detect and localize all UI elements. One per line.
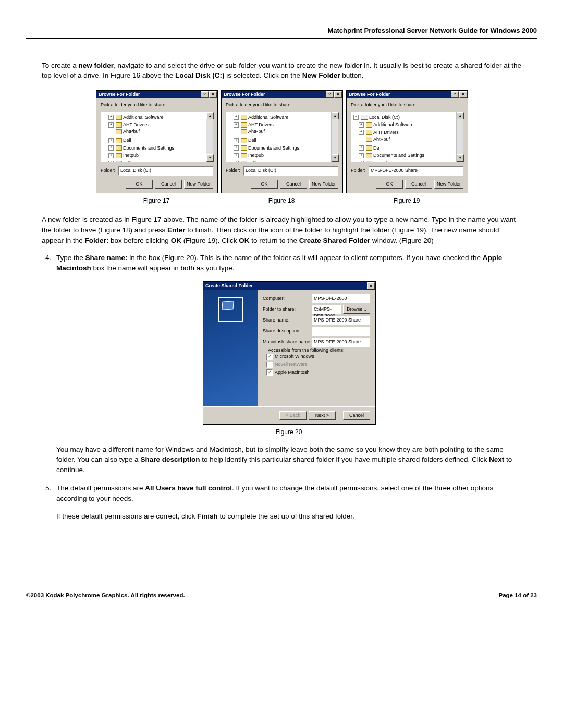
- expand-icon[interactable]: [234, 122, 239, 128]
- folder-tree[interactable]: Local Disk (C:) Additional SoftwareAHT D…: [351, 112, 456, 162]
- folder-field[interactable]: Local Disk (C:): [243, 166, 338, 176]
- tree-item[interactable]: AhtPbuf: [103, 128, 205, 137]
- ok-button[interactable]: OK: [251, 180, 278, 189]
- tree-item[interactable]: AHT Drivers: [103, 121, 205, 129]
- tree-item[interactable]: Inetpub: [228, 152, 330, 159]
- tree-item-label[interactable]: Documents and Settings: [123, 145, 174, 152]
- tree-item[interactable]: Dell: [228, 137, 330, 144]
- tree-item[interactable]: Documents and Settings: [103, 144, 205, 152]
- scroll-down-icon[interactable]: ▾: [332, 154, 339, 162]
- tree-item[interactable]: Dell: [353, 144, 455, 152]
- tree-item-label[interactable]: AHT Drivers: [373, 129, 399, 136]
- tree-item[interactable]: Documents and Settings: [228, 144, 330, 152]
- tree-item[interactable]: Inetpub: [103, 152, 205, 159]
- expand-icon[interactable]: [234, 145, 239, 151]
- tree-item[interactable]: Documents and Settings: [353, 152, 455, 159]
- expand-icon[interactable]: [108, 138, 114, 143]
- tree-item-label[interactable]: Additional Software: [123, 114, 164, 121]
- expand-icon[interactable]: [108, 115, 114, 120]
- scrollbar[interactable]: ▴ ▾: [206, 112, 213, 162]
- close-icon[interactable]: ×: [367, 282, 375, 289]
- collapse-icon[interactable]: [353, 115, 359, 120]
- ok-button[interactable]: OK: [376, 180, 403, 189]
- tree-item-label[interactable]: Inetpub: [373, 160, 389, 162]
- tree-item-label[interactable]: Dell: [373, 145, 382, 152]
- scroll-up-icon[interactable]: ▴: [332, 112, 339, 119]
- expand-icon[interactable]: [108, 122, 114, 128]
- expand-icon[interactable]: [234, 153, 239, 158]
- help-icon[interactable]: ?: [201, 91, 209, 98]
- expand-icon[interactable]: [359, 145, 364, 151]
- tree-item[interactable]: Additional Software: [103, 113, 205, 121]
- tree-item[interactable]: Dell: [103, 137, 205, 144]
- tree-item-label[interactable]: AHT Drivers: [248, 121, 274, 128]
- tree-item-label[interactable]: Dell: [123, 137, 131, 144]
- cancel-button[interactable]: Cancel: [405, 180, 432, 189]
- new-folder-button[interactable]: New Folder: [434, 180, 463, 189]
- close-icon[interactable]: ×: [334, 91, 342, 98]
- tree-item-label[interactable]: Jeff: [123, 160, 130, 162]
- expand-icon[interactable]: [108, 145, 114, 151]
- tree-item-label[interactable]: Documents and Settings: [248, 145, 299, 152]
- tree-item-label[interactable]: Documents and Settings: [373, 152, 424, 159]
- tree-item[interactable]: Additional Software: [228, 113, 330, 121]
- tree-item[interactable]: Jeff: [228, 159, 330, 162]
- cancel-button[interactable]: Cancel: [343, 411, 370, 420]
- expand-icon[interactable]: [234, 138, 239, 143]
- tree-item-label[interactable]: Additional Software: [373, 121, 414, 128]
- scrollbar[interactable]: ▴ ▾: [331, 112, 338, 162]
- scroll-down-icon[interactable]: ▾: [457, 154, 464, 162]
- cancel-button[interactable]: Cancel: [155, 180, 182, 189]
- new-folder-button[interactable]: New Folder: [309, 180, 338, 189]
- ok-button[interactable]: OK: [126, 180, 153, 189]
- scroll-down-icon[interactable]: ▾: [206, 154, 214, 162]
- share-name-field[interactable]: MPS-DFE-2000 Share: [312, 316, 370, 325]
- tree-item[interactable]: Additional Software: [353, 121, 455, 129]
- help-icon[interactable]: ?: [451, 91, 459, 98]
- close-icon[interactable]: ×: [459, 91, 467, 98]
- folder-field[interactable]: MPS-DFE-2000 Share: [369, 166, 463, 176]
- help-icon[interactable]: ?: [326, 91, 334, 98]
- tree-item[interactable]: AhtPbuf: [353, 136, 455, 144]
- folder-tree[interactable]: Additional SoftwareAHT DriversAhtPbufDel…: [226, 112, 331, 162]
- close-icon[interactable]: ×: [209, 91, 217, 98]
- expand-icon[interactable]: [359, 122, 364, 128]
- tree-item[interactable]: AHT Drivers: [228, 121, 330, 129]
- tree-item[interactable]: Jeff: [103, 159, 205, 162]
- tree-item-label[interactable]: AHT Drivers: [123, 121, 149, 128]
- tree-item-label[interactable]: Local Disk (C:): [369, 114, 400, 121]
- tree-item[interactable]: Inetpub: [353, 159, 455, 162]
- new-folder-button[interactable]: New Folder: [184, 180, 213, 189]
- checkbox[interactable]: ✓: [266, 354, 273, 360]
- tree-item-label[interactable]: AhtPbuf: [373, 136, 390, 143]
- expand-icon[interactable]: [359, 130, 364, 135]
- share-description-field[interactable]: [312, 327, 370, 336]
- folder-field[interactable]: Local Disk (C:): [118, 166, 213, 176]
- scrollbar[interactable]: ▴ ▾: [456, 112, 463, 162]
- scroll-up-icon[interactable]: ▴: [206, 112, 214, 119]
- expand-icon[interactable]: [234, 115, 239, 120]
- checkbox[interactable]: ✓: [266, 369, 273, 376]
- computer-field[interactable]: MPS-DFE-2000: [312, 294, 370, 303]
- expand-icon[interactable]: [108, 161, 114, 162]
- expand-icon[interactable]: [359, 161, 364, 162]
- tree-item[interactable]: AhtPbuf: [228, 128, 330, 137]
- mac-share-name-field[interactable]: MPS-DFE-2000 Share: [312, 338, 370, 347]
- tree-item-label[interactable]: Additional Software: [248, 114, 289, 121]
- tree-item-label[interactable]: AhtPbuf: [248, 128, 265, 135]
- tree-item[interactable]: AHT Drivers: [353, 128, 455, 136]
- folder-to-share-field[interactable]: C:\MPS-DFE-2000 Share: [312, 305, 341, 314]
- tree-item-label[interactable]: Jeff: [248, 160, 255, 162]
- next-button[interactable]: Next >: [309, 411, 336, 420]
- tree-item-label[interactable]: Dell: [248, 137, 256, 144]
- tree-item-label[interactable]: Inetpub: [123, 152, 139, 159]
- folder-tree[interactable]: Additional SoftwareAHT DriversAhtPbufDel…: [101, 112, 206, 162]
- expand-icon[interactable]: [359, 153, 364, 158]
- tree-item-label[interactable]: Inetpub: [248, 152, 264, 159]
- tree-item-label[interactable]: AhtPbuf: [123, 128, 140, 135]
- cancel-button[interactable]: Cancel: [280, 180, 307, 189]
- expand-icon[interactable]: [108, 153, 114, 158]
- browse-button[interactable]: Browse...: [343, 305, 370, 314]
- scroll-up-icon[interactable]: ▴: [457, 112, 464, 119]
- expand-icon[interactable]: [234, 161, 239, 162]
